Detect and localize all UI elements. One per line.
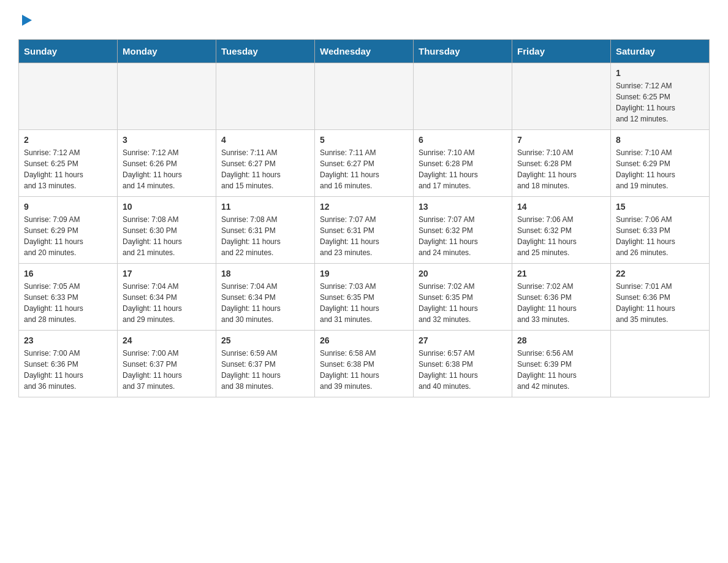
day-number: 21 [517, 269, 605, 278]
calendar-day-cell [611, 331, 710, 397]
day-info: Sunrise: 7:10 AM Sunset: 6:28 PM Dayligh… [419, 147, 507, 191]
day-number: 17 [123, 269, 211, 278]
day-number: 12 [320, 202, 408, 212]
calendar-day-cell: 7Sunrise: 7:10 AM Sunset: 6:28 PM Daylig… [512, 130, 611, 197]
day-info: Sunrise: 6:56 AM Sunset: 6:39 PM Dayligh… [517, 348, 605, 392]
day-info: Sunrise: 7:12 AM Sunset: 6:25 PM Dayligh… [616, 80, 704, 124]
day-info: Sunrise: 7:12 AM Sunset: 6:26 PM Dayligh… [123, 147, 211, 191]
calendar-day-cell: 25Sunrise: 6:59 AM Sunset: 6:37 PM Dayli… [216, 331, 315, 397]
day-info: Sunrise: 7:08 AM Sunset: 6:31 PM Dayligh… [221, 214, 309, 258]
calendar-day-cell: 8Sunrise: 7:10 AM Sunset: 6:29 PM Daylig… [611, 130, 710, 197]
calendar-day-cell: 9Sunrise: 7:09 AM Sunset: 6:29 PM Daylig… [19, 197, 118, 264]
day-number: 23 [24, 335, 112, 345]
day-number: 1 [616, 68, 704, 78]
calendar-day-header: Wednesday [315, 40, 414, 63]
day-number: 27 [419, 335, 507, 345]
calendar-day-cell: 16Sunrise: 7:05 AM Sunset: 6:33 PM Dayli… [19, 264, 118, 331]
day-number: 24 [123, 335, 211, 345]
day-number: 9 [24, 202, 112, 212]
calendar-day-cell: 19Sunrise: 7:03 AM Sunset: 6:35 PM Dayli… [315, 264, 414, 331]
day-number: 2 [24, 135, 112, 145]
day-info: Sunrise: 7:07 AM Sunset: 6:31 PM Dayligh… [320, 214, 408, 258]
calendar-day-cell: 4Sunrise: 7:11 AM Sunset: 6:27 PM Daylig… [216, 130, 315, 197]
calendar-day-cell: 27Sunrise: 6:57 AM Sunset: 6:38 PM Dayli… [414, 331, 512, 397]
day-info: Sunrise: 7:02 AM Sunset: 6:35 PM Dayligh… [419, 281, 507, 325]
svg-marker-0 [22, 15, 32, 26]
calendar-header-row: SundayMondayTuesdayWednesdayThursdayFrid… [19, 40, 710, 63]
calendar-day-cell: 23Sunrise: 7:00 AM Sunset: 6:36 PM Dayli… [19, 331, 118, 397]
day-number: 14 [517, 202, 605, 212]
day-number: 19 [320, 269, 408, 278]
day-info: Sunrise: 6:58 AM Sunset: 6:38 PM Dayligh… [320, 348, 408, 392]
calendar-day-cell [216, 63, 315, 130]
calendar-day-cell: 3Sunrise: 7:12 AM Sunset: 6:26 PM Daylig… [118, 130, 216, 197]
day-number: 6 [419, 135, 507, 145]
calendar-day-header: Friday [512, 40, 611, 63]
day-info: Sunrise: 7:09 AM Sunset: 6:29 PM Dayligh… [24, 214, 112, 258]
day-info: Sunrise: 7:04 AM Sunset: 6:34 PM Dayligh… [221, 281, 309, 325]
day-number: 28 [517, 335, 605, 345]
day-info: Sunrise: 7:11 AM Sunset: 6:27 PM Dayligh… [320, 147, 408, 191]
logo [18, 12, 33, 27]
calendar-day-cell: 2Sunrise: 7:12 AM Sunset: 6:25 PM Daylig… [19, 130, 118, 197]
day-number: 26 [320, 335, 408, 345]
calendar-day-cell: 26Sunrise: 6:58 AM Sunset: 6:38 PM Dayli… [315, 331, 414, 397]
day-number: 25 [221, 335, 309, 345]
day-info: Sunrise: 7:10 AM Sunset: 6:29 PM Dayligh… [616, 147, 704, 191]
calendar-day-header: Tuesday [216, 40, 315, 63]
day-number: 10 [123, 202, 211, 212]
day-info: Sunrise: 7:00 AM Sunset: 6:36 PM Dayligh… [24, 348, 112, 392]
day-number: 13 [419, 202, 507, 212]
calendar-table: SundayMondayTuesdayWednesdayThursdayFrid… [18, 39, 710, 397]
day-number: 22 [616, 269, 704, 278]
calendar-day-cell: 1Sunrise: 7:12 AM Sunset: 6:25 PM Daylig… [611, 63, 710, 130]
day-info: Sunrise: 7:01 AM Sunset: 6:36 PM Dayligh… [616, 281, 704, 325]
calendar-day-cell [315, 63, 414, 130]
day-info: Sunrise: 7:02 AM Sunset: 6:36 PM Dayligh… [517, 281, 605, 325]
calendar-day-cell: 15Sunrise: 7:06 AM Sunset: 6:33 PM Dayli… [611, 197, 710, 264]
calendar-day-cell: 14Sunrise: 7:06 AM Sunset: 6:32 PM Dayli… [512, 197, 611, 264]
day-number: 20 [419, 269, 507, 278]
calendar-day-cell: 18Sunrise: 7:04 AM Sunset: 6:34 PM Dayli… [216, 264, 315, 331]
day-info: Sunrise: 7:05 AM Sunset: 6:33 PM Dayligh… [24, 281, 112, 325]
day-info: Sunrise: 7:06 AM Sunset: 6:32 PM Dayligh… [517, 214, 605, 258]
day-number: 4 [221, 135, 309, 145]
page-header [18, 12, 710, 27]
calendar-day-cell: 5Sunrise: 7:11 AM Sunset: 6:27 PM Daylig… [315, 130, 414, 197]
calendar-day-cell: 21Sunrise: 7:02 AM Sunset: 6:36 PM Dayli… [512, 264, 611, 331]
day-info: Sunrise: 6:57 AM Sunset: 6:38 PM Dayligh… [419, 348, 507, 392]
day-info: Sunrise: 7:11 AM Sunset: 6:27 PM Dayligh… [221, 147, 309, 191]
day-number: 18 [221, 269, 309, 278]
calendar-day-cell [118, 63, 216, 130]
calendar-week-row: 16Sunrise: 7:05 AM Sunset: 6:33 PM Dayli… [19, 264, 710, 331]
day-number: 15 [616, 202, 704, 212]
logo-arrow-icon [20, 13, 33, 27]
day-info: Sunrise: 7:06 AM Sunset: 6:33 PM Dayligh… [616, 214, 704, 258]
calendar-day-cell [512, 63, 611, 130]
day-number: 5 [320, 135, 408, 145]
day-number: 3 [123, 135, 211, 145]
day-number: 7 [517, 135, 605, 145]
calendar-week-row: 1Sunrise: 7:12 AM Sunset: 6:25 PM Daylig… [19, 63, 710, 130]
calendar-day-cell: 11Sunrise: 7:08 AM Sunset: 6:31 PM Dayli… [216, 197, 315, 264]
day-info: Sunrise: 7:08 AM Sunset: 6:30 PM Dayligh… [123, 214, 211, 258]
day-info: Sunrise: 7:10 AM Sunset: 6:28 PM Dayligh… [517, 147, 605, 191]
calendar-day-cell: 28Sunrise: 6:56 AM Sunset: 6:39 PM Dayli… [512, 331, 611, 397]
day-number: 16 [24, 269, 112, 278]
calendar-day-cell [19, 63, 118, 130]
calendar-day-cell: 17Sunrise: 7:04 AM Sunset: 6:34 PM Dayli… [118, 264, 216, 331]
day-info: Sunrise: 6:59 AM Sunset: 6:37 PM Dayligh… [221, 348, 309, 392]
calendar-day-cell: 10Sunrise: 7:08 AM Sunset: 6:30 PM Dayli… [118, 197, 216, 264]
calendar-day-header: Thursday [414, 40, 512, 63]
calendar-day-header: Sunday [19, 40, 118, 63]
day-number: 8 [616, 135, 704, 145]
calendar-day-cell: 12Sunrise: 7:07 AM Sunset: 6:31 PM Dayli… [315, 197, 414, 264]
calendar-day-header: Saturday [611, 40, 710, 63]
day-info: Sunrise: 7:07 AM Sunset: 6:32 PM Dayligh… [419, 214, 507, 258]
calendar-day-cell: 22Sunrise: 7:01 AM Sunset: 6:36 PM Dayli… [611, 264, 710, 331]
calendar-day-cell: 6Sunrise: 7:10 AM Sunset: 6:28 PM Daylig… [414, 130, 512, 197]
calendar-day-cell [414, 63, 512, 130]
day-info: Sunrise: 7:12 AM Sunset: 6:25 PM Dayligh… [24, 147, 112, 191]
day-number: 11 [221, 202, 309, 212]
day-info: Sunrise: 7:04 AM Sunset: 6:34 PM Dayligh… [123, 281, 211, 325]
